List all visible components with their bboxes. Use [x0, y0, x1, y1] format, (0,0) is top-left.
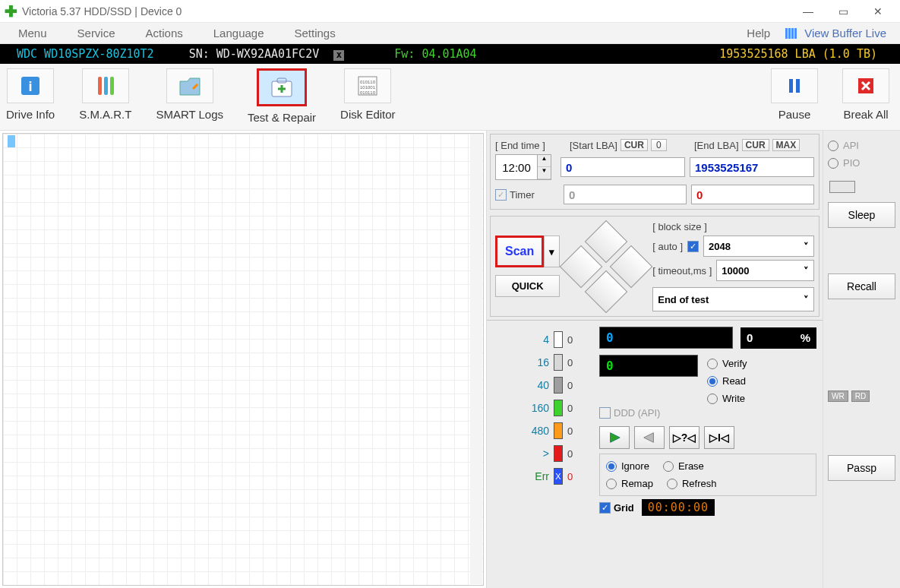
- menu-help[interactable]: Help: [731, 23, 785, 44]
- drive-info-button[interactable]: i Drive Info: [6, 68, 55, 121]
- device-model: WDC WD10SPZX-80Z10T2: [0, 47, 171, 61]
- stop-icon: [842, 68, 889, 103]
- defect-action-group: Ignore Erase Remap Refresh: [599, 454, 816, 496]
- media-bar: ▷?◁ ▷I◁: [599, 426, 816, 449]
- test-repair-button[interactable]: Test & Repair: [248, 68, 316, 124]
- timeout-select[interactable]: 10000˅: [716, 260, 814, 281]
- scan-dropdown-button[interactable]: ▾: [544, 236, 560, 267]
- quick-button[interactable]: QUICK: [495, 275, 560, 297]
- start-lba-label: [Start LBA]: [570, 140, 617, 151]
- svg-text:i: i: [29, 79, 33, 94]
- erase-radio[interactable]: Erase: [663, 460, 704, 472]
- speed-display: 0: [599, 355, 698, 377]
- status-panel: 0 0% 0 Verify Read Write DDD (API): [593, 320, 823, 588]
- maximize-button[interactable]: ▭: [826, 0, 861, 23]
- disk-editor-button[interactable]: 010110101001010110 Disk Editor: [340, 68, 396, 121]
- view-buffer-live[interactable]: View Buffer Live: [785, 27, 897, 40]
- read-radio[interactable]: Read: [707, 375, 747, 387]
- remap-radio[interactable]: Remap: [606, 478, 653, 489]
- zero-start-button[interactable]: 0: [651, 139, 667, 151]
- tubes-icon: [82, 68, 129, 103]
- max-end-button[interactable]: MAX: [772, 139, 801, 151]
- first-aid-icon: [257, 68, 307, 106]
- start-lba-input[interactable]: 0: [561, 157, 685, 177]
- svg-text:010110: 010110: [360, 80, 376, 84]
- menu-service[interactable]: Service: [62, 23, 131, 44]
- refresh-radio[interactable]: Refresh: [667, 478, 717, 489]
- seek-random-button[interactable]: ▷?◁: [669, 426, 699, 449]
- write-radio[interactable]: Write: [707, 393, 747, 404]
- close-button[interactable]: ✕: [861, 0, 895, 23]
- verify-radio[interactable]: Verify: [707, 358, 747, 369]
- device-lba: 1953525168 LBA (1.0 TB): [719, 47, 900, 61]
- grid-checkbox[interactable]: ✓Grid: [599, 502, 634, 514]
- swatch-err: X: [554, 468, 563, 485]
- end-time-label: [ End time ]: [495, 140, 565, 151]
- folder-icon: [166, 68, 213, 103]
- svg-rect-11: [789, 79, 793, 93]
- break-all-button[interactable]: Break All: [842, 68, 889, 121]
- cur-end-button[interactable]: CUR: [742, 139, 769, 151]
- swatch-16: [554, 354, 563, 371]
- wr-rd-indicator: WRRD: [828, 390, 895, 402]
- device-firmware: Fw: 04.01A04: [362, 47, 508, 61]
- scrollbar[interactable]: [470, 134, 482, 584]
- auto-checkbox[interactable]: ✓: [687, 241, 699, 252]
- pause-icon: [771, 68, 818, 103]
- menu-menu[interactable]: Menu: [3, 23, 62, 44]
- status-chip: [829, 181, 855, 193]
- scan-cursor: [8, 135, 15, 147]
- timer-end-value: 0: [691, 185, 814, 204]
- svg-rect-2: [98, 77, 102, 95]
- timer-start-value: 0: [564, 185, 687, 204]
- percent-display: 0%: [741, 327, 816, 349]
- nav-diamond: [566, 226, 646, 307]
- auto-label: [ auto ]: [652, 241, 683, 252]
- close-device-icon[interactable]: x: [333, 50, 344, 61]
- smart-button[interactable]: S.M.A.R.T: [79, 68, 131, 121]
- elapsed-time-display: 00:00:00: [642, 499, 715, 516]
- menu-settings[interactable]: Settings: [279, 23, 351, 44]
- svg-text:010110: 010110: [360, 90, 376, 95]
- title-bar: ✚ Victoria 5.37 HDD/SSD | Device 0 — ▭ ✕: [0, 0, 900, 23]
- svg-rect-3: [104, 77, 108, 95]
- svg-text:101001: 101001: [360, 85, 376, 90]
- sleep-button[interactable]: Sleep: [828, 202, 895, 228]
- ignore-radio[interactable]: Ignore: [606, 460, 649, 472]
- swatch-slow: [554, 445, 563, 462]
- menu-actions[interactable]: Actions: [131, 23, 198, 44]
- scan-button[interactable]: Scan: [495, 236, 544, 267]
- end-action-select[interactable]: End of test˅: [652, 287, 814, 311]
- block-size-select[interactable]: 2048˅: [703, 236, 814, 257]
- ddd-checkbox[interactable]: DDD (API): [599, 407, 660, 419]
- binary-icon: 010110101001010110: [344, 68, 391, 103]
- minimize-button[interactable]: —: [791, 0, 826, 23]
- play-back-button[interactable]: [634, 426, 665, 449]
- end-time-input[interactable]: [495, 154, 538, 180]
- bars-icon: [785, 28, 797, 39]
- timer-checkbox[interactable]: ✓Timer: [495, 189, 559, 201]
- info-icon: i: [7, 68, 54, 103]
- swatch-40: [554, 377, 563, 394]
- block-size-label: [ block size ]: [652, 221, 814, 232]
- api-radio[interactable]: API: [828, 140, 895, 151]
- smart-logs-button[interactable]: SMART Logs: [156, 68, 223, 121]
- play-button[interactable]: [599, 426, 630, 449]
- passp-button[interactable]: Passp: [828, 455, 895, 481]
- menu-language[interactable]: Language: [198, 23, 279, 44]
- control-panel: [ End time ] [Start LBA] CUR 0 [End LBA]…: [486, 131, 823, 588]
- swatch-480: [554, 422, 563, 439]
- scan-map: [2, 133, 484, 586]
- seek-ends-button[interactable]: ▷I◁: [704, 426, 734, 449]
- scan-controls: Scan ▾ QUICK [ block size ] [ auto ] ✓ 2…: [490, 216, 819, 317]
- side-column: API PIO Sleep Recall WRRD Passp: [823, 131, 900, 588]
- cur-start-button[interactable]: CUR: [621, 139, 648, 151]
- svg-rect-12: [796, 79, 800, 93]
- end-lba-input[interactable]: 1953525167: [690, 157, 814, 177]
- end-time-spinner[interactable]: ▲▼: [495, 154, 556, 180]
- pio-radio[interactable]: PIO: [828, 157, 895, 169]
- pause-button[interactable]: Pause: [771, 68, 818, 121]
- recall-button[interactable]: Recall: [828, 273, 895, 299]
- timeout-label: [ timeout,ms ]: [652, 265, 712, 277]
- speed-legend: 40 160 400 1600 4800 >0 ErrX0: [487, 320, 593, 588]
